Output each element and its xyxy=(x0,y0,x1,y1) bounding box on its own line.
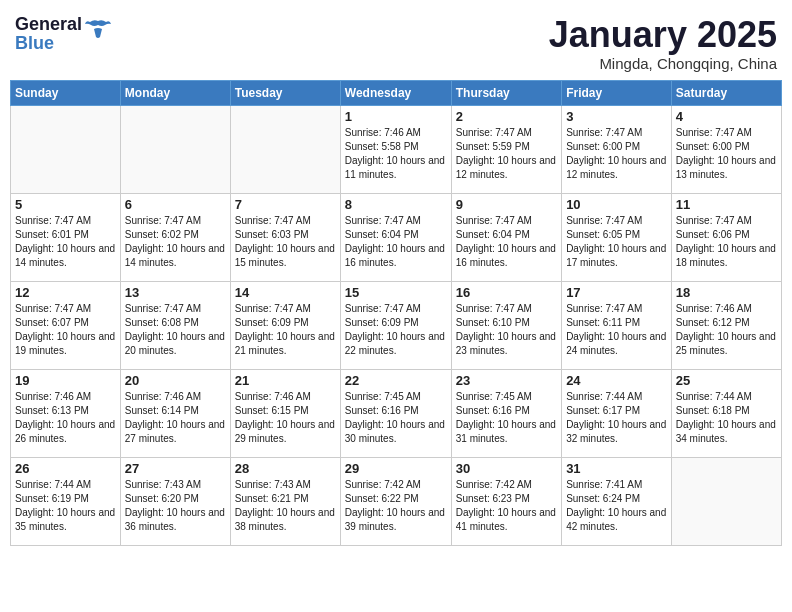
day-number: 17 xyxy=(566,285,667,300)
calendar-week-3: 12Sunrise: 7:47 AM Sunset: 6:07 PM Dayli… xyxy=(11,281,782,369)
calendar-cell: 21Sunrise: 7:46 AM Sunset: 6:15 PM Dayli… xyxy=(230,369,340,457)
day-number: 2 xyxy=(456,109,557,124)
day-number: 23 xyxy=(456,373,557,388)
calendar-week-5: 26Sunrise: 7:44 AM Sunset: 6:19 PM Dayli… xyxy=(11,457,782,545)
weekday-header-thursday: Thursday xyxy=(451,80,561,105)
day-info: Sunrise: 7:44 AM Sunset: 6:19 PM Dayligh… xyxy=(15,478,116,534)
day-info: Sunrise: 7:46 AM Sunset: 6:14 PM Dayligh… xyxy=(125,390,226,446)
day-number: 27 xyxy=(125,461,226,476)
month-title: January 2025 xyxy=(549,15,777,55)
title-block: January 2025 Mingda, Chongqing, China xyxy=(549,15,777,72)
day-number: 28 xyxy=(235,461,336,476)
calendar-cell xyxy=(230,105,340,193)
day-info: Sunrise: 7:42 AM Sunset: 6:23 PM Dayligh… xyxy=(456,478,557,534)
calendar-cell: 14Sunrise: 7:47 AM Sunset: 6:09 PM Dayli… xyxy=(230,281,340,369)
day-number: 9 xyxy=(456,197,557,212)
calendar-cell: 3Sunrise: 7:47 AM Sunset: 6:00 PM Daylig… xyxy=(562,105,672,193)
day-number: 4 xyxy=(676,109,777,124)
calendar-cell: 22Sunrise: 7:45 AM Sunset: 6:16 PM Dayli… xyxy=(340,369,451,457)
calendar-cell: 26Sunrise: 7:44 AM Sunset: 6:19 PM Dayli… xyxy=(11,457,121,545)
calendar-cell: 31Sunrise: 7:41 AM Sunset: 6:24 PM Dayli… xyxy=(562,457,672,545)
calendar-cell: 1Sunrise: 7:46 AM Sunset: 5:58 PM Daylig… xyxy=(340,105,451,193)
weekday-header-sunday: Sunday xyxy=(11,80,121,105)
logo-blue-text: Blue xyxy=(15,34,82,53)
day-info: Sunrise: 7:47 AM Sunset: 6:04 PM Dayligh… xyxy=(345,214,447,270)
calendar-cell: 17Sunrise: 7:47 AM Sunset: 6:11 PM Dayli… xyxy=(562,281,672,369)
location-text: Mingda, Chongqing, China xyxy=(549,55,777,72)
day-number: 3 xyxy=(566,109,667,124)
day-number: 15 xyxy=(345,285,447,300)
logo: General Blue xyxy=(15,15,112,53)
day-number: 22 xyxy=(345,373,447,388)
weekday-header-friday: Friday xyxy=(562,80,672,105)
day-number: 5 xyxy=(15,197,116,212)
weekday-header-monday: Monday xyxy=(120,80,230,105)
day-number: 29 xyxy=(345,461,447,476)
day-info: Sunrise: 7:47 AM Sunset: 6:07 PM Dayligh… xyxy=(15,302,116,358)
day-info: Sunrise: 7:42 AM Sunset: 6:22 PM Dayligh… xyxy=(345,478,447,534)
day-info: Sunrise: 7:47 AM Sunset: 6:09 PM Dayligh… xyxy=(235,302,336,358)
day-number: 10 xyxy=(566,197,667,212)
day-info: Sunrise: 7:47 AM Sunset: 6:03 PM Dayligh… xyxy=(235,214,336,270)
day-info: Sunrise: 7:46 AM Sunset: 6:12 PM Dayligh… xyxy=(676,302,777,358)
day-number: 1 xyxy=(345,109,447,124)
day-info: Sunrise: 7:47 AM Sunset: 6:10 PM Dayligh… xyxy=(456,302,557,358)
calendar-table: SundayMondayTuesdayWednesdayThursdayFrid… xyxy=(10,80,782,546)
day-info: Sunrise: 7:44 AM Sunset: 6:17 PM Dayligh… xyxy=(566,390,667,446)
calendar-cell: 24Sunrise: 7:44 AM Sunset: 6:17 PM Dayli… xyxy=(562,369,672,457)
calendar-cell: 16Sunrise: 7:47 AM Sunset: 6:10 PM Dayli… xyxy=(451,281,561,369)
weekday-header-row: SundayMondayTuesdayWednesdayThursdayFrid… xyxy=(11,80,782,105)
logo-bird-icon xyxy=(84,19,112,41)
day-info: Sunrise: 7:43 AM Sunset: 6:20 PM Dayligh… xyxy=(125,478,226,534)
calendar-cell: 28Sunrise: 7:43 AM Sunset: 6:21 PM Dayli… xyxy=(230,457,340,545)
calendar-cell xyxy=(11,105,121,193)
calendar-cell: 6Sunrise: 7:47 AM Sunset: 6:02 PM Daylig… xyxy=(120,193,230,281)
day-number: 30 xyxy=(456,461,557,476)
day-info: Sunrise: 7:47 AM Sunset: 6:11 PM Dayligh… xyxy=(566,302,667,358)
weekday-header-tuesday: Tuesday xyxy=(230,80,340,105)
day-number: 26 xyxy=(15,461,116,476)
day-info: Sunrise: 7:47 AM Sunset: 6:09 PM Dayligh… xyxy=(345,302,447,358)
day-number: 13 xyxy=(125,285,226,300)
calendar-cell: 19Sunrise: 7:46 AM Sunset: 6:13 PM Dayli… xyxy=(11,369,121,457)
weekday-header-saturday: Saturday xyxy=(671,80,781,105)
day-number: 12 xyxy=(15,285,116,300)
day-info: Sunrise: 7:45 AM Sunset: 6:16 PM Dayligh… xyxy=(345,390,447,446)
calendar-cell: 15Sunrise: 7:47 AM Sunset: 6:09 PM Dayli… xyxy=(340,281,451,369)
day-number: 25 xyxy=(676,373,777,388)
calendar-cell: 4Sunrise: 7:47 AM Sunset: 6:00 PM Daylig… xyxy=(671,105,781,193)
day-info: Sunrise: 7:47 AM Sunset: 6:06 PM Dayligh… xyxy=(676,214,777,270)
day-info: Sunrise: 7:47 AM Sunset: 6:01 PM Dayligh… xyxy=(15,214,116,270)
day-info: Sunrise: 7:43 AM Sunset: 6:21 PM Dayligh… xyxy=(235,478,336,534)
calendar-cell: 11Sunrise: 7:47 AM Sunset: 6:06 PM Dayli… xyxy=(671,193,781,281)
day-number: 24 xyxy=(566,373,667,388)
day-info: Sunrise: 7:47 AM Sunset: 6:04 PM Dayligh… xyxy=(456,214,557,270)
calendar-cell: 8Sunrise: 7:47 AM Sunset: 6:04 PM Daylig… xyxy=(340,193,451,281)
calendar-cell: 12Sunrise: 7:47 AM Sunset: 6:07 PM Dayli… xyxy=(11,281,121,369)
day-number: 20 xyxy=(125,373,226,388)
day-number: 16 xyxy=(456,285,557,300)
day-info: Sunrise: 7:44 AM Sunset: 6:18 PM Dayligh… xyxy=(676,390,777,446)
calendar-week-2: 5Sunrise: 7:47 AM Sunset: 6:01 PM Daylig… xyxy=(11,193,782,281)
calendar-cell: 10Sunrise: 7:47 AM Sunset: 6:05 PM Dayli… xyxy=(562,193,672,281)
calendar-cell: 5Sunrise: 7:47 AM Sunset: 6:01 PM Daylig… xyxy=(11,193,121,281)
calendar-cell: 20Sunrise: 7:46 AM Sunset: 6:14 PM Dayli… xyxy=(120,369,230,457)
calendar-cell xyxy=(671,457,781,545)
day-info: Sunrise: 7:45 AM Sunset: 6:16 PM Dayligh… xyxy=(456,390,557,446)
day-info: Sunrise: 7:47 AM Sunset: 6:05 PM Dayligh… xyxy=(566,214,667,270)
day-number: 14 xyxy=(235,285,336,300)
calendar-cell: 29Sunrise: 7:42 AM Sunset: 6:22 PM Dayli… xyxy=(340,457,451,545)
day-number: 8 xyxy=(345,197,447,212)
day-info: Sunrise: 7:46 AM Sunset: 6:13 PM Dayligh… xyxy=(15,390,116,446)
day-number: 31 xyxy=(566,461,667,476)
weekday-header-wednesday: Wednesday xyxy=(340,80,451,105)
calendar-cell: 23Sunrise: 7:45 AM Sunset: 6:16 PM Dayli… xyxy=(451,369,561,457)
calendar-cell xyxy=(120,105,230,193)
calendar-week-1: 1Sunrise: 7:46 AM Sunset: 5:58 PM Daylig… xyxy=(11,105,782,193)
calendar-cell: 30Sunrise: 7:42 AM Sunset: 6:23 PM Dayli… xyxy=(451,457,561,545)
calendar-cell: 27Sunrise: 7:43 AM Sunset: 6:20 PM Dayli… xyxy=(120,457,230,545)
calendar-cell: 25Sunrise: 7:44 AM Sunset: 6:18 PM Dayli… xyxy=(671,369,781,457)
logo-general-text: General xyxy=(15,15,82,34)
day-number: 11 xyxy=(676,197,777,212)
calendar-cell: 7Sunrise: 7:47 AM Sunset: 6:03 PM Daylig… xyxy=(230,193,340,281)
